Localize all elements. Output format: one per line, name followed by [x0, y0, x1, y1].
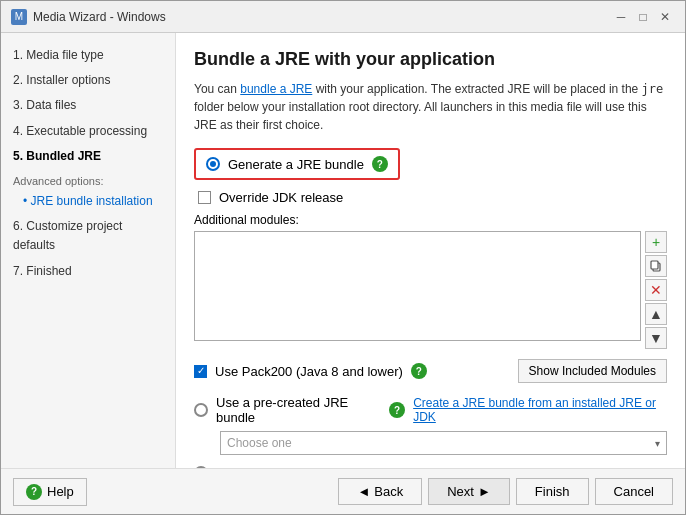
footer-left: ? Help: [13, 478, 87, 506]
pack200-help-icon[interactable]: ?: [411, 363, 427, 379]
close-button[interactable]: ✕: [655, 7, 675, 27]
sidebar-item-media-file-type[interactable]: 1. Media file type: [1, 43, 175, 68]
svg-rect-1: [651, 261, 658, 269]
generate-bundle-label: Generate a JRE bundle: [228, 157, 364, 172]
create-jre-bundle-link[interactable]: Create a JRE bundle from an installed JR…: [413, 396, 667, 424]
modules-section: Additional modules: + ✕ ▲ ▼: [194, 213, 667, 349]
radio-inner: [210, 161, 216, 167]
pack200-checkbox[interactable]: [194, 365, 207, 378]
precreated-help-icon[interactable]: ?: [389, 402, 405, 418]
override-jdk-checkbox[interactable]: [198, 191, 211, 204]
dropdown-arrow-icon: ▾: [655, 438, 660, 449]
sidebar-item-customize-project[interactable]: 6. Customize project defaults: [1, 214, 175, 258]
override-jdk-row: Override JDK release: [194, 190, 667, 205]
description-text: You can bundle a JRE with your applicati…: [194, 80, 667, 134]
back-button[interactable]: ◄ Back: [338, 478, 422, 505]
help-button[interactable]: ? Help: [13, 478, 87, 506]
cancel-button[interactable]: Cancel: [595, 478, 673, 505]
back-label: Back: [374, 484, 403, 499]
page-title: Bundle a JRE with your application: [194, 49, 667, 70]
dropdown-value: Choose one: [227, 436, 292, 450]
modules-action-buttons: + ✕ ▲ ▼: [645, 231, 667, 349]
modules-row: + ✕ ▲ ▼: [194, 231, 667, 349]
sidebar: 1. Media file type 2. Installer options …: [1, 33, 176, 468]
next-label: Next: [447, 484, 474, 499]
additional-modules-label: Additional modules:: [194, 213, 667, 227]
finish-button[interactable]: Finish: [516, 478, 589, 505]
precreated-label: Use a pre-created JRE bundle: [216, 395, 381, 425]
sidebar-advanced-label: Advanced options:: [1, 169, 175, 189]
titlebar-left: M Media Wizard - Windows: [11, 9, 166, 25]
precreated-row: Use a pre-created JRE bundle ? Create a …: [194, 395, 667, 425]
sidebar-item-installer-options[interactable]: 2. Installer options: [1, 68, 175, 93]
override-jdk-label: Override JDK release: [219, 190, 343, 205]
move-up-button[interactable]: ▲: [645, 303, 667, 325]
copy-module-button[interactable]: [645, 255, 667, 277]
pack200-label: Use Pack200 (Java 8 and lower): [215, 364, 403, 379]
maximize-button[interactable]: □: [633, 7, 653, 27]
titlebar: M Media Wizard - Windows ─ □ ✕: [1, 1, 685, 33]
next-arrow-icon: ►: [478, 484, 491, 499]
finish-label: Finish: [535, 484, 570, 499]
next-button[interactable]: Next ►: [428, 478, 510, 505]
sidebar-item-data-files[interactable]: 3. Data files: [1, 93, 175, 118]
help-label: Help: [47, 484, 74, 499]
titlebar-controls: ─ □ ✕: [611, 7, 675, 27]
minimize-button[interactable]: ─: [611, 7, 631, 27]
precreated-dropdown-row: Choose one ▾: [194, 431, 667, 455]
add-module-button[interactable]: +: [645, 231, 667, 253]
sidebar-item-jre-bundle-installation[interactable]: • JRE bundle installation: [1, 189, 175, 214]
choose-one-dropdown[interactable]: Choose one ▾: [220, 431, 667, 455]
footer: ? Help ◄ Back Next ► Finish Cancel: [1, 468, 685, 514]
app-icon: M: [11, 9, 27, 25]
generate-bundle-help-icon[interactable]: ?: [372, 156, 388, 172]
footer-nav: ◄ Back Next ► Finish Cancel: [338, 478, 673, 505]
content-area: 1. Media file type 2. Installer options …: [1, 33, 685, 468]
generate-bundle-radio[interactable]: [206, 157, 220, 171]
back-arrow-icon: ◄: [357, 484, 370, 499]
cancel-label: Cancel: [614, 484, 654, 499]
move-down-button[interactable]: ▼: [645, 327, 667, 349]
window-title: Media Wizard - Windows: [33, 10, 166, 24]
delete-module-button[interactable]: ✕: [645, 279, 667, 301]
main-content: Bundle a JRE with your application You c…: [176, 33, 685, 468]
generate-bundle-option[interactable]: Generate a JRE bundle ?: [194, 148, 400, 180]
help-icon: ?: [26, 484, 42, 500]
show-included-modules-button[interactable]: Show Included Modules: [518, 359, 667, 383]
sidebar-item-executable-processing[interactable]: 4. Executable processing: [1, 119, 175, 144]
main-window: M Media Wizard - Windows ─ □ ✕ 1. Media …: [0, 0, 686, 515]
sidebar-item-bundled-jre[interactable]: 5. Bundled JRE: [1, 144, 175, 169]
jre-path-code: jre: [642, 82, 664, 96]
bundle-jre-link[interactable]: bundle a JRE: [240, 82, 312, 96]
precreated-radio[interactable]: [194, 403, 208, 417]
pack200-row: Use Pack200 (Java 8 and lower) ? Show In…: [194, 359, 667, 383]
sidebar-item-finished[interactable]: 7. Finished: [1, 259, 175, 284]
additional-modules-textarea[interactable]: [194, 231, 641, 341]
